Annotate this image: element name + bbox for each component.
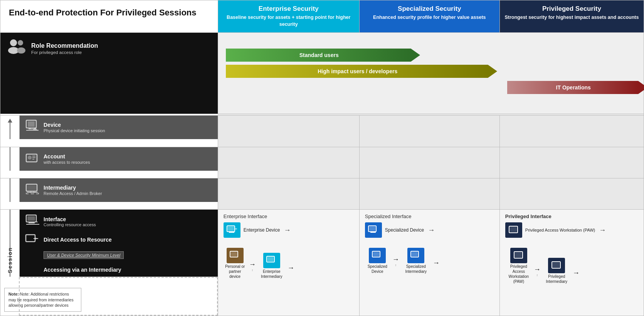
enterprise-intermediary-icon bbox=[263, 253, 280, 268]
account-title: Account bbox=[44, 153, 90, 160]
specialized-title: Specialized Security bbox=[360, 0, 499, 14]
privileged-desc: Strongest security for highest impact as… bbox=[500, 14, 644, 26]
device-section: Device Physical device initiating sessio… bbox=[20, 116, 218, 139]
high-impact-label: High impact users / developers bbox=[318, 68, 397, 74]
svg-point-19 bbox=[35, 238, 37, 239]
standard-users-arrow: Standard users bbox=[226, 49, 420, 62]
svg-rect-37 bbox=[515, 252, 522, 257]
intermediary-title: Intermediary bbox=[44, 185, 102, 191]
svg-rect-33 bbox=[412, 252, 418, 256]
main-title-cell: End-to-end Protection For Privileged Ses… bbox=[0, 0, 218, 33]
specialized-device2-label: Specialized Device bbox=[365, 264, 390, 274]
specialized-intermediary-label: Specialized Intermediary bbox=[402, 264, 430, 274]
privileged-interface-cell: Privileged Interface Privileged Access W… bbox=[499, 210, 644, 316]
specialized-device2-icon bbox=[369, 248, 386, 263]
specialized-arrow-right: → bbox=[428, 226, 435, 234]
specialized-direct-access-row: Specialized Device → bbox=[365, 222, 494, 238]
it-ops-label: IT Operations bbox=[556, 84, 591, 91]
device-enterprise-cell bbox=[218, 116, 359, 147]
high-impact-arrow: High impact users / developers bbox=[226, 65, 497, 78]
enterprise-device-label: Enterprise Device bbox=[244, 227, 280, 234]
svg-rect-31 bbox=[373, 252, 379, 256]
specialized-intermediary-icon bbox=[407, 248, 424, 263]
privileged-accessing-row: Privileged Access Workstation (PAW) → ↑ bbox=[505, 248, 638, 284]
interface-title: Interface bbox=[44, 216, 96, 222]
enterprise-arrow-right: → bbox=[284, 226, 291, 234]
svg-rect-22 bbox=[229, 232, 234, 233]
min-level-text: User & Device Security Minimum Level bbox=[47, 253, 120, 257]
specialized-interface-title: Specialized Interface bbox=[365, 213, 494, 219]
device-title: Device bbox=[44, 122, 105, 128]
svg-rect-39 bbox=[553, 262, 560, 267]
svg-point-0 bbox=[10, 39, 17, 46]
enterprise-desc: Baseline security for assets + starting … bbox=[218, 14, 359, 32]
intermediary-enterprise-cell bbox=[218, 178, 359, 210]
accessing-via-title: Accessing via an Intermediary bbox=[44, 267, 212, 273]
svg-rect-7 bbox=[31, 128, 34, 129]
paw2-icon bbox=[510, 248, 527, 263]
it-ops-arrow: IT Operations bbox=[372, 81, 644, 94]
enterprise-interface-cell: Enterprise Interface Enterprise Device → bbox=[218, 210, 359, 316]
device-privileged-cell bbox=[499, 116, 644, 147]
intermediary-subtitle: Remote Access / Admin Broker bbox=[44, 191, 102, 196]
intermediary-icon bbox=[25, 182, 40, 198]
enterprise-accessing-row: Personal or partner device → ↑ bbox=[224, 248, 354, 279]
role-arrows-cell: Standard users High impact users / devel… bbox=[218, 33, 644, 114]
svg-point-2 bbox=[18, 40, 23, 45]
privileged-interface-title: Privileged Interface bbox=[505, 213, 638, 219]
interface-icon bbox=[25, 213, 40, 229]
role-subheading: For privileged access role bbox=[31, 50, 98, 55]
enterprise-title: Enterprise Security bbox=[218, 0, 359, 14]
svg-rect-16 bbox=[27, 216, 35, 221]
direct-access-icon bbox=[25, 233, 40, 246]
svg-rect-24 bbox=[231, 252, 237, 256]
paw-label: Privileged Access Workstation (PAW) bbox=[525, 227, 595, 233]
role-row-left: Role Recommendation For privileged acces… bbox=[0, 33, 218, 114]
privileged-interface-title-text: Privileged Interface bbox=[505, 213, 552, 219]
role-icon bbox=[7, 38, 27, 59]
svg-rect-11 bbox=[32, 157, 35, 158]
session-col-intermediary bbox=[0, 178, 20, 202]
role-heading: Role Recommendation bbox=[31, 42, 98, 49]
svg-rect-29 bbox=[370, 232, 376, 233]
privileged-direct-access-row: Privileged Access Workstation (PAW) → bbox=[505, 222, 638, 238]
privileged-title: Privileged Security bbox=[500, 0, 644, 14]
privileged-header: Privileged Security Strongest security f… bbox=[499, 0, 644, 33]
specialized-desc: Enhanced security profile for higher val… bbox=[360, 14, 499, 26]
svg-rect-17 bbox=[29, 222, 35, 224]
account-privileged-cell bbox=[499, 147, 644, 178]
svg-rect-5 bbox=[28, 121, 35, 127]
device-icon bbox=[25, 119, 40, 135]
enterprise-header: Enterprise Security Baseline security fo… bbox=[218, 0, 359, 33]
account-section: Account with access to resources bbox=[20, 147, 218, 171]
note-box: Note: Note: Additional restrictions may … bbox=[4, 288, 81, 312]
svg-rect-26 bbox=[267, 257, 274, 261]
enterprise-intermediary-label: Enterprise Intermediary bbox=[258, 269, 285, 279]
account-specialized-cell bbox=[359, 147, 499, 178]
personal-device-label: Personal or partner device bbox=[224, 264, 247, 279]
device-subtitle: Physical device initiating session bbox=[44, 128, 105, 133]
specialized-header: Specialized Security Enhanced security p… bbox=[359, 0, 499, 33]
account-enterprise-cell bbox=[218, 147, 359, 178]
paw-icon bbox=[505, 222, 522, 238]
svg-point-3 bbox=[17, 47, 25, 54]
session-label: Session bbox=[7, 247, 13, 273]
main-title: End-to-end Protection For Privileged Ses… bbox=[9, 7, 209, 18]
session-col-account bbox=[0, 147, 20, 171]
enterprise-device-icon bbox=[224, 222, 240, 238]
svg-rect-14 bbox=[27, 185, 36, 190]
paw-arrow-right: → bbox=[599, 226, 606, 234]
intermediary-specialized-cell bbox=[359, 178, 499, 210]
direct-access-title: Direct Access to Resource bbox=[44, 237, 112, 243]
svg-rect-10 bbox=[32, 156, 35, 156]
intermediary-privileged-cell bbox=[499, 178, 644, 210]
svg-rect-35 bbox=[510, 227, 517, 232]
standard-users-label: Standard users bbox=[299, 52, 339, 58]
specialized-accessing-row: Specialized Device → ↑ Special bbox=[365, 248, 494, 274]
account-icon bbox=[25, 151, 40, 167]
intermediary-section: Intermediary Remote Access / Admin Broke… bbox=[20, 178, 218, 202]
session-arrow-col bbox=[0, 116, 20, 139]
paw2-label: Privileged Access Workstation (PAW) bbox=[505, 264, 532, 284]
privileged-intermediary-icon bbox=[548, 258, 565, 273]
svg-rect-12 bbox=[32, 159, 34, 160]
